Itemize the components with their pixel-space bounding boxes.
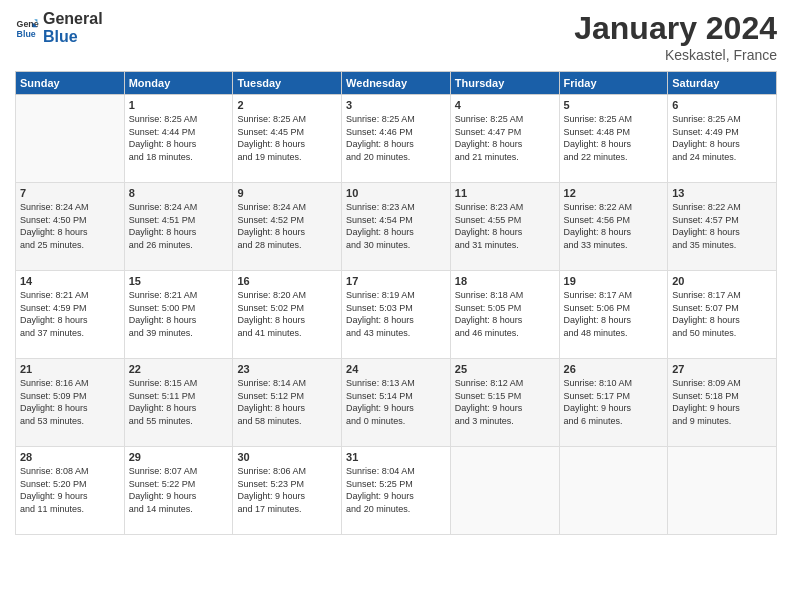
day-number: 8 [129,187,229,199]
day-cell: 24Sunrise: 8:13 AM Sunset: 5:14 PM Dayli… [342,359,451,447]
day-number: 16 [237,275,337,287]
calendar-header-row: SundayMondayTuesdayWednesdayThursdayFrid… [16,72,777,95]
day-info: Sunrise: 8:16 AM Sunset: 5:09 PM Dayligh… [20,377,120,427]
day-info: Sunrise: 8:25 AM Sunset: 4:49 PM Dayligh… [672,113,772,163]
week-row-5: 28Sunrise: 8:08 AM Sunset: 5:20 PM Dayli… [16,447,777,535]
day-info: Sunrise: 8:22 AM Sunset: 4:57 PM Dayligh… [672,201,772,251]
day-cell: 25Sunrise: 8:12 AM Sunset: 5:15 PM Dayli… [450,359,559,447]
logo: General Blue General Blue [15,10,103,45]
day-info: Sunrise: 8:10 AM Sunset: 5:17 PM Dayligh… [564,377,664,427]
week-row-1: 1Sunrise: 8:25 AM Sunset: 4:44 PM Daylig… [16,95,777,183]
day-number: 19 [564,275,664,287]
day-cell: 31Sunrise: 8:04 AM Sunset: 5:25 PM Dayli… [342,447,451,535]
day-number: 21 [20,363,120,375]
day-cell: 11Sunrise: 8:23 AM Sunset: 4:55 PM Dayli… [450,183,559,271]
day-cell: 1Sunrise: 8:25 AM Sunset: 4:44 PM Daylig… [124,95,233,183]
logo-icon: General Blue [15,16,39,40]
day-number: 18 [455,275,555,287]
svg-text:Blue: Blue [17,28,36,38]
day-number: 11 [455,187,555,199]
day-info: Sunrise: 8:21 AM Sunset: 5:00 PM Dayligh… [129,289,229,339]
day-number: 23 [237,363,337,375]
day-info: Sunrise: 8:13 AM Sunset: 5:14 PM Dayligh… [346,377,446,427]
day-info: Sunrise: 8:12 AM Sunset: 5:15 PM Dayligh… [455,377,555,427]
day-info: Sunrise: 8:19 AM Sunset: 5:03 PM Dayligh… [346,289,446,339]
day-info: Sunrise: 8:25 AM Sunset: 4:44 PM Dayligh… [129,113,229,163]
day-cell: 4Sunrise: 8:25 AM Sunset: 4:47 PM Daylig… [450,95,559,183]
day-info: Sunrise: 8:17 AM Sunset: 5:07 PM Dayligh… [672,289,772,339]
logo-blue-text: Blue [43,28,103,46]
day-cell: 8Sunrise: 8:24 AM Sunset: 4:51 PM Daylig… [124,183,233,271]
day-cell: 23Sunrise: 8:14 AM Sunset: 5:12 PM Dayli… [233,359,342,447]
header: General Blue General Blue January 2024 K… [15,10,777,63]
svg-text:General: General [17,19,39,29]
day-info: Sunrise: 8:25 AM Sunset: 4:47 PM Dayligh… [455,113,555,163]
day-number: 28 [20,451,120,463]
day-info: Sunrise: 8:17 AM Sunset: 5:06 PM Dayligh… [564,289,664,339]
day-number: 12 [564,187,664,199]
day-number: 20 [672,275,772,287]
day-cell: 14Sunrise: 8:21 AM Sunset: 4:59 PM Dayli… [16,271,125,359]
day-cell: 20Sunrise: 8:17 AM Sunset: 5:07 PM Dayli… [668,271,777,359]
day-cell: 28Sunrise: 8:08 AM Sunset: 5:20 PM Dayli… [16,447,125,535]
day-number: 29 [129,451,229,463]
day-number: 26 [564,363,664,375]
day-number: 1 [129,99,229,111]
day-number: 14 [20,275,120,287]
col-header-thursday: Thursday [450,72,559,95]
day-info: Sunrise: 8:25 AM Sunset: 4:48 PM Dayligh… [564,113,664,163]
day-info: Sunrise: 8:06 AM Sunset: 5:23 PM Dayligh… [237,465,337,515]
day-info: Sunrise: 8:04 AM Sunset: 5:25 PM Dayligh… [346,465,446,515]
day-number: 24 [346,363,446,375]
day-number: 2 [237,99,337,111]
day-info: Sunrise: 8:24 AM Sunset: 4:50 PM Dayligh… [20,201,120,251]
day-number: 13 [672,187,772,199]
day-cell: 2Sunrise: 8:25 AM Sunset: 4:45 PM Daylig… [233,95,342,183]
month-title: January 2024 [574,10,777,47]
col-header-tuesday: Tuesday [233,72,342,95]
day-number: 5 [564,99,664,111]
day-cell: 17Sunrise: 8:19 AM Sunset: 5:03 PM Dayli… [342,271,451,359]
day-info: Sunrise: 8:23 AM Sunset: 4:55 PM Dayligh… [455,201,555,251]
day-cell: 15Sunrise: 8:21 AM Sunset: 5:00 PM Dayli… [124,271,233,359]
day-info: Sunrise: 8:24 AM Sunset: 4:51 PM Dayligh… [129,201,229,251]
day-cell: 5Sunrise: 8:25 AM Sunset: 4:48 PM Daylig… [559,95,668,183]
day-info: Sunrise: 8:23 AM Sunset: 4:54 PM Dayligh… [346,201,446,251]
day-info: Sunrise: 8:20 AM Sunset: 5:02 PM Dayligh… [237,289,337,339]
day-cell: 7Sunrise: 8:24 AM Sunset: 4:50 PM Daylig… [16,183,125,271]
day-cell [16,95,125,183]
day-number: 17 [346,275,446,287]
day-info: Sunrise: 8:08 AM Sunset: 5:20 PM Dayligh… [20,465,120,515]
day-cell: 22Sunrise: 8:15 AM Sunset: 5:11 PM Dayli… [124,359,233,447]
day-info: Sunrise: 8:18 AM Sunset: 5:05 PM Dayligh… [455,289,555,339]
day-number: 4 [455,99,555,111]
day-cell: 18Sunrise: 8:18 AM Sunset: 5:05 PM Dayli… [450,271,559,359]
day-info: Sunrise: 8:09 AM Sunset: 5:18 PM Dayligh… [672,377,772,427]
location: Keskastel, France [574,47,777,63]
day-number: 27 [672,363,772,375]
day-info: Sunrise: 8:24 AM Sunset: 4:52 PM Dayligh… [237,201,337,251]
week-row-3: 14Sunrise: 8:21 AM Sunset: 4:59 PM Dayli… [16,271,777,359]
day-info: Sunrise: 8:25 AM Sunset: 4:45 PM Dayligh… [237,113,337,163]
day-number: 31 [346,451,446,463]
day-number: 6 [672,99,772,111]
day-cell: 30Sunrise: 8:06 AM Sunset: 5:23 PM Dayli… [233,447,342,535]
day-cell: 10Sunrise: 8:23 AM Sunset: 4:54 PM Dayli… [342,183,451,271]
day-number: 25 [455,363,555,375]
col-header-sunday: Sunday [16,72,125,95]
day-cell: 3Sunrise: 8:25 AM Sunset: 4:46 PM Daylig… [342,95,451,183]
day-cell [450,447,559,535]
title-area: January 2024 Keskastel, France [574,10,777,63]
day-info: Sunrise: 8:21 AM Sunset: 4:59 PM Dayligh… [20,289,120,339]
day-number: 7 [20,187,120,199]
col-header-monday: Monday [124,72,233,95]
col-header-saturday: Saturday [668,72,777,95]
calendar-table: SundayMondayTuesdayWednesdayThursdayFrid… [15,71,777,535]
day-number: 22 [129,363,229,375]
day-cell: 12Sunrise: 8:22 AM Sunset: 4:56 PM Dayli… [559,183,668,271]
day-number: 3 [346,99,446,111]
col-header-wednesday: Wednesday [342,72,451,95]
day-number: 15 [129,275,229,287]
day-cell: 9Sunrise: 8:24 AM Sunset: 4:52 PM Daylig… [233,183,342,271]
day-number: 9 [237,187,337,199]
